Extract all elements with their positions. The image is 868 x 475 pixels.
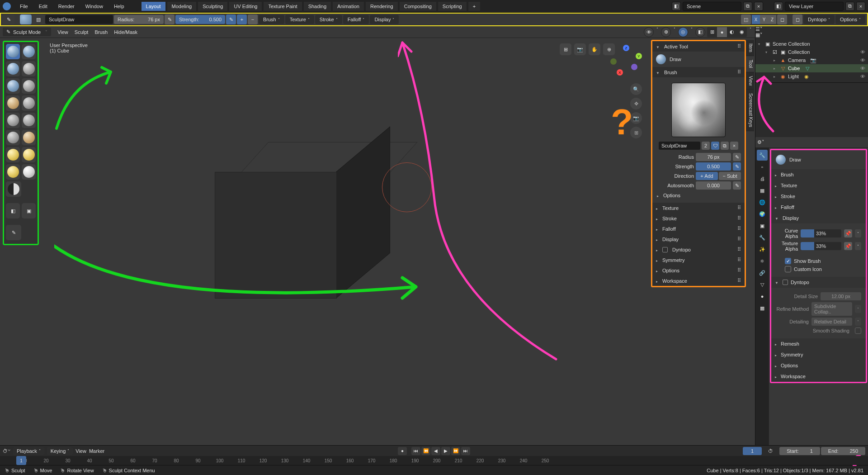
ptab-mesh[interactable]: ▽	[757, 279, 768, 290]
tool-annotate[interactable]: ✎	[6, 225, 21, 240]
camera-icon[interactable]: 📷	[574, 43, 586, 55]
sym-y-toggle[interactable]: Y	[760, 15, 768, 24]
tool-claystrips[interactable]	[6, 61, 20, 76]
play-fwd[interactable]: ▶	[441, 447, 450, 455]
tool-scrape[interactable]	[6, 130, 20, 145]
ptab-object[interactable]: ▣	[757, 220, 768, 231]
dyntopo-checkbox[interactable]: ◻	[793, 14, 802, 24]
tool-pinch[interactable]	[22, 130, 36, 145]
viewlayer-new-icon[interactable]: ⧉	[845, 2, 854, 11]
scene-delete-icon[interactable]: ×	[754, 2, 763, 11]
end-frame[interactable]: End: 250	[821, 447, 865, 455]
scene-browse-icon[interactable]: ◧	[672, 2, 681, 11]
outliner-display-icon[interactable]: ▦˅	[755, 32, 868, 38]
menu-render[interactable]: Render	[54, 2, 79, 11]
dyntopo-enable-checkbox[interactable]	[783, 280, 788, 285]
brush-image-icon[interactable]: ▧	[33, 14, 44, 24]
tool-blob[interactable]	[22, 78, 36, 94]
options-dropdown[interactable]: Options˅	[835, 15, 865, 24]
camera-visibility-icon[interactable]: 👁	[860, 57, 865, 63]
vp-menu-brush[interactable]: Brush	[94, 29, 108, 35]
strength-slider[interactable]: Strength:0.500	[175, 15, 225, 24]
symmetry-icon[interactable]: ◫	[741, 14, 751, 24]
timeline-editor-icon[interactable]: ⏱˅	[3, 448, 10, 454]
brush-panel-header[interactable]: Brush⠿	[652, 67, 745, 77]
props-falloff-header[interactable]: Falloff	[771, 202, 866, 213]
curve-alpha-chev[interactable]: ˅	[855, 229, 861, 238]
ptab-modifiers[interactable]: 🔧	[757, 232, 768, 243]
lock-icon[interactable]: ◻	[777, 14, 787, 24]
jump-end[interactable]: ⏭	[461, 447, 470, 455]
curve-alpha-slider[interactable]: 33%	[801, 229, 841, 238]
grid-icon[interactable]: ⊞	[560, 43, 571, 55]
light-visibility-icon[interactable]: 👁	[860, 74, 865, 79]
tool-grab[interactable]	[6, 147, 20, 162]
tool-inflate[interactable]	[6, 78, 20, 94]
workspace-add[interactable]: +	[468, 2, 480, 11]
ptab-physics[interactable]: ⚛	[757, 256, 768, 266]
playhead[interactable]: 1	[16, 456, 26, 465]
axis-x[interactable]: X	[617, 69, 623, 76]
np-dyntopo[interactable]: Dyntopo⠿	[652, 244, 745, 255]
workspace-rendering[interactable]: Rendering	[366, 2, 398, 11]
start-frame[interactable]: Start: 1	[779, 447, 820, 455]
timeline-ruler[interactable]: 1 10203040506070809010011012013014015016…	[0, 456, 868, 465]
workspace-compositing[interactable]: Compositing	[400, 2, 436, 11]
move-icon[interactable]: ✥	[630, 98, 642, 109]
tool-layer[interactable]	[22, 61, 36, 76]
outliner-collection[interactable]: ▾☑▣Collection👁	[755, 48, 868, 56]
vtab-screencast[interactable]: Screencast Keys	[746, 90, 754, 131]
workspace-texpaint[interactable]: Texture Paint	[264, 2, 302, 11]
ptab-texture[interactable]: ▩	[757, 303, 768, 314]
ptab-scene[interactable]: 🌐	[757, 197, 768, 208]
np-falloff[interactable]: Falloff⠿	[652, 223, 745, 234]
viewport-3d[interactable]: ◧▣ ✎ User Perspective (1) Cube ⊞ 📷 ✋ ⊕ Z…	[0, 38, 755, 445]
vp-menu-hidemask[interactable]: Hide/Mask	[114, 29, 137, 35]
props-display-header[interactable]: Display	[771, 213, 866, 223]
cube-visibility-icon[interactable]: 👁	[860, 66, 865, 71]
xray-toggle-icon[interactable]: ◧	[695, 27, 705, 37]
tl-playback[interactable]: Playback˅	[13, 447, 44, 455]
np-strength[interactable]: 0.500	[696, 162, 731, 171]
menu-window[interactable]: Window	[81, 2, 108, 11]
autokey-toggle[interactable]: ●	[398, 447, 407, 455]
np-symmetry[interactable]: Symmetry⠿	[652, 255, 745, 265]
tool-clay[interactable]	[22, 44, 36, 59]
menu-help[interactable]: Help	[109, 2, 129, 11]
axis-y[interactable]: Y	[636, 53, 642, 59]
tool-nudge[interactable]	[22, 164, 36, 180]
axis-z[interactable]: Z	[623, 45, 629, 51]
refine-method[interactable]: Subdivide Collap..	[811, 302, 852, 316]
tool-boxhide[interactable]: ▣	[22, 203, 36, 218]
tool-icon[interactable]: ✎	[3, 14, 14, 24]
scene-name-field[interactable]: Scene	[683, 2, 741, 11]
strength-pressure-toggle[interactable]: ✎	[226, 14, 236, 24]
viewlayer-delete-icon[interactable]: ×	[856, 2, 865, 11]
sym-z-toggle[interactable]: Z	[768, 15, 776, 24]
outliner-editor-icon[interactable]: ☰˅	[755, 26, 868, 32]
tool-fill[interactable]	[22, 113, 36, 128]
tool-snakehook[interactable]	[22, 147, 36, 162]
axis-neg-z[interactable]	[631, 64, 637, 70]
brush-unlink-icon[interactable]: ×	[730, 142, 738, 150]
brush-preview-icon[interactable]	[20, 14, 32, 24]
smooth-shading-checkbox[interactable]	[855, 328, 861, 334]
ptab-material[interactable]: ●	[757, 291, 768, 302]
autosmooth-pen-icon[interactable]: ✎	[733, 181, 741, 190]
menu-file[interactable]: File	[15, 2, 33, 11]
display-dropdown[interactable]: Display˅	[370, 15, 399, 24]
tool-mask[interactable]	[6, 181, 21, 197]
props-editor-icon[interactable]: ⚙˅	[757, 139, 764, 145]
outliner-light[interactable]: ▸◉Light◉👁	[755, 72, 868, 81]
props-brush-header[interactable]: Brush	[771, 169, 866, 180]
brush-preview[interactable]	[671, 83, 726, 137]
ptab-constraints[interactable]: 🔗	[757, 267, 768, 278]
axis-neg-y[interactable]	[610, 58, 617, 65]
perspective-icon[interactable]: ⊞	[630, 127, 642, 138]
hand-icon[interactable]: ✋	[589, 43, 600, 55]
sym-x-toggle[interactable]: X	[752, 15, 760, 24]
ptab-tool[interactable]: 🔧	[757, 150, 768, 161]
radius-slider[interactable]: Radius:76 px	[114, 15, 164, 24]
brush-name-field[interactable]: SculptDraw	[45, 15, 113, 24]
direction-add-toggle[interactable]: +	[237, 14, 247, 24]
